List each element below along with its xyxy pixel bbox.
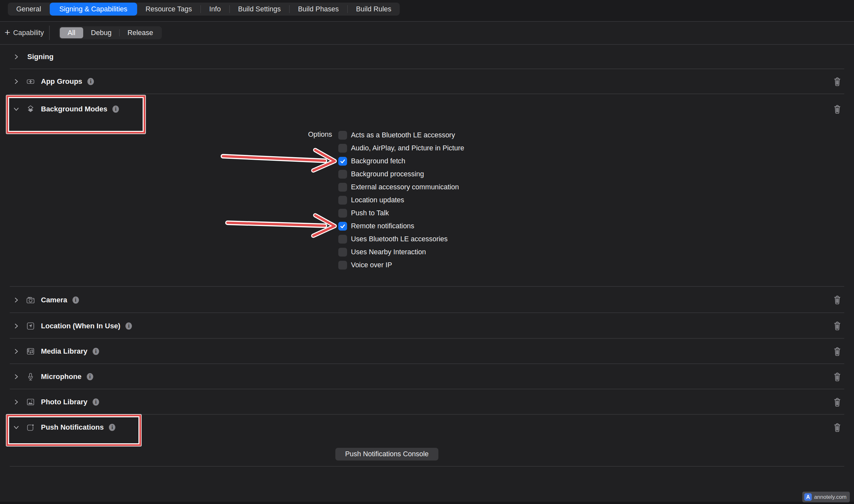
trash-icon[interactable]: [833, 321, 842, 330]
camera-icon: [26, 295, 35, 305]
filter-all[interactable]: All: [60, 27, 83, 38]
section-header[interactable]: Camera i: [0, 287, 854, 313]
section-app-groups: App Groups i: [0, 69, 854, 94]
push-notifications-console-button[interactable]: Push Notifications Console: [335, 448, 438, 461]
trash-icon[interactable]: [833, 105, 842, 114]
xcode-signing-capabilities-pane: General Signing & Capabilities Resource …: [0, 0, 854, 504]
section-header[interactable]: Photo Library i: [0, 389, 854, 415]
tab-resource-tags[interactable]: Resource Tags: [137, 3, 201, 16]
option-label: Voice over IP: [351, 261, 392, 269]
filter-debug[interactable]: Debug: [83, 27, 119, 38]
chevron-right-icon[interactable]: [13, 348, 19, 355]
trash-icon[interactable]: [833, 423, 842, 432]
section-header[interactable]: Location (When In Use) i: [0, 313, 854, 339]
section-header[interactable]: Push Notifications i: [0, 415, 854, 440]
option-row: Acts as a Bluetooth LE accessory: [338, 129, 464, 142]
section-title: Signing: [27, 53, 54, 61]
section-title: Microphone: [41, 373, 82, 381]
option-row: Audio, AirPlay, and Picture in Picture: [338, 142, 464, 155]
option-row: Voice over IP: [338, 258, 464, 271]
trash-icon[interactable]: [833, 347, 842, 356]
annotely-logo: A: [804, 493, 812, 501]
plus-icon: +: [4, 28, 11, 37]
checkbox[interactable]: [338, 235, 347, 244]
section-title: Camera: [41, 296, 67, 304]
location-icon: [26, 322, 35, 330]
checkbox[interactable]: [338, 222, 347, 231]
section-location: Location (When In Use) i: [0, 313, 854, 339]
toolbar-separator: [49, 26, 50, 40]
checkbox[interactable]: [338, 261, 347, 270]
option-label: Acts as a Bluetooth LE accessory: [351, 131, 455, 139]
chevron-right-icon[interactable]: [13, 297, 19, 303]
info-icon[interactable]: i: [109, 424, 115, 431]
info-icon[interactable]: i: [87, 373, 93, 380]
section-header[interactable]: Signing: [0, 44, 854, 69]
add-capability-button[interactable]: + Capability: [4, 28, 44, 38]
info-icon[interactable]: i: [72, 296, 79, 304]
annotely-watermark-text: annotely.com: [814, 494, 847, 500]
tab-build-settings[interactable]: Build Settings: [230, 3, 289, 16]
checkbox[interactable]: [338, 209, 347, 218]
option-row: Location updates: [338, 194, 464, 206]
info-icon[interactable]: i: [93, 398, 99, 406]
tab-general[interactable]: General: [8, 3, 50, 16]
info-icon[interactable]: i: [93, 348, 99, 355]
section-header[interactable]: App Groups i: [0, 69, 854, 94]
tab-build-rules[interactable]: Build Rules: [348, 3, 400, 16]
checkbox[interactable]: [338, 196, 347, 204]
section-header[interactable]: Media Library i: [0, 339, 854, 364]
info-icon[interactable]: i: [87, 78, 94, 85]
background-modes-icon: [26, 105, 35, 114]
option-label: External accessory communication: [351, 183, 459, 191]
chevron-down-icon[interactable]: [13, 106, 19, 112]
chevron-right-icon[interactable]: [13, 78, 19, 85]
section-background-modes: Background Modes i Options Acts as a Blu…: [0, 94, 854, 287]
section-photo-library: Photo Library i: [0, 389, 854, 415]
background-modes-options: Acts as a Bluetooth LE accessory Audio, …: [338, 129, 464, 271]
checkbox[interactable]: [338, 131, 347, 140]
chevron-right-icon[interactable]: [13, 399, 19, 405]
info-icon[interactable]: i: [112, 106, 119, 113]
capability-toolbar: + Capability All Debug Release: [0, 21, 854, 44]
section-header[interactable]: Background Modes i: [0, 94, 854, 124]
trash-icon[interactable]: [833, 295, 842, 305]
chevron-down-icon[interactable]: [13, 424, 19, 431]
trash-icon[interactable]: [833, 77, 842, 86]
tab-info[interactable]: Info: [201, 3, 229, 16]
option-row: Uses Bluetooth LE accessories: [338, 233, 464, 246]
photo-library-icon: [26, 397, 35, 407]
option-label: Audio, AirPlay, and Picture in Picture: [351, 144, 464, 152]
chevron-right-icon[interactable]: [13, 374, 19, 380]
app-groups-icon: [26, 77, 35, 86]
section-title: Background Modes: [41, 105, 107, 113]
section-title: Location (When In Use): [41, 322, 120, 330]
chevron-right-icon[interactable]: [13, 54, 19, 60]
checkbox[interactable]: [338, 248, 347, 256]
chevron-right-icon[interactable]: [13, 323, 19, 329]
checkbox[interactable]: [338, 170, 347, 179]
checkbox[interactable]: [338, 157, 347, 166]
tab-signing-capabilities[interactable]: Signing & Capabilities: [50, 3, 137, 16]
section-microphone: Microphone i: [0, 364, 854, 389]
trash-icon[interactable]: [833, 397, 842, 407]
capability-sections: Signing App Groups i: [0, 44, 854, 467]
section-title: Push Notifications: [41, 423, 104, 432]
project-editor-tab-bar: General Signing & Capabilities Resource …: [0, 0, 854, 21]
configuration-filter: All Debug Release: [59, 26, 162, 39]
option-row: Uses Nearby Interaction: [338, 246, 464, 258]
checkbox[interactable]: [338, 144, 347, 152]
option-row: Background fetch: [338, 155, 464, 167]
option-row: Background processing: [338, 167, 464, 181]
filter-release[interactable]: Release: [120, 27, 161, 38]
tab-build-phases[interactable]: Build Phases: [290, 3, 347, 16]
option-label: Location updates: [351, 196, 404, 204]
section-title: Photo Library: [41, 398, 87, 406]
section-title: Media Library: [41, 347, 87, 356]
section-header[interactable]: Microphone i: [0, 364, 854, 389]
tab-group: General Signing & Capabilities Resource …: [8, 3, 400, 16]
checkbox[interactable]: [338, 183, 347, 192]
divider: [10, 466, 844, 467]
info-icon[interactable]: i: [125, 322, 132, 330]
trash-icon[interactable]: [833, 372, 842, 382]
